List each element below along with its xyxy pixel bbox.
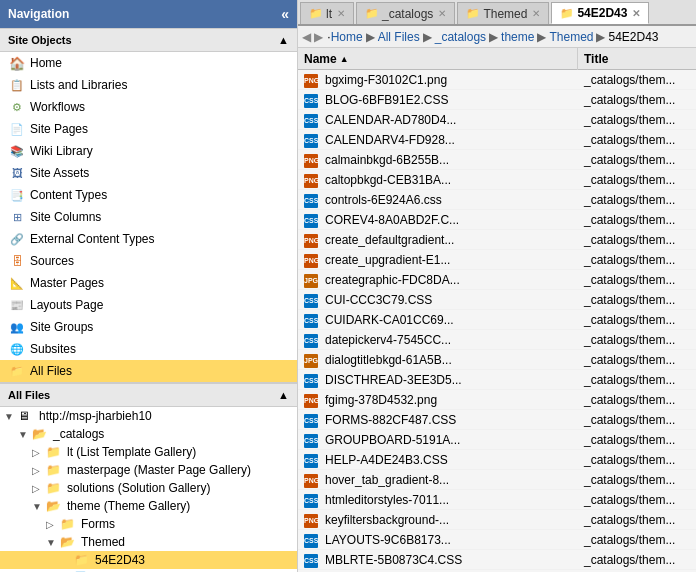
file-name-cell: PNG create_defaultgradient...: [298, 230, 578, 250]
file-title: _catalogs/them...: [584, 233, 675, 247]
tree-root[interactable]: ▼ 🖥 http://msp-jharbieh10: [0, 407, 297, 425]
tree-forms[interactable]: ▷ 📁 Forms: [0, 515, 297, 533]
tab-54e2d43[interactable]: 📁 54E2D43 ✕: [551, 2, 649, 24]
toggle-solutions[interactable]: ▷: [32, 483, 46, 494]
nav-workflows[interactable]: ⚙ Workflows: [0, 96, 297, 118]
file-row[interactable]: CSS CUIDARK-CA01CC69... _catalogs/them..…: [298, 310, 696, 330]
tree-54e2d43[interactable]: 📁 54E2D43: [0, 551, 297, 569]
tab-themed[interactable]: 📁 Themed ✕: [457, 2, 549, 24]
file-name: controls-6E924A6.css: [325, 193, 442, 207]
tree-solutions[interactable]: ▷ 📁 solutions (Solution Gallery): [0, 479, 297, 497]
site-objects-collapse[interactable]: ▲: [278, 34, 289, 46]
file-row[interactable]: CSS BLOG-6BFB91E2.CSS _catalogs/them... …: [298, 90, 696, 110]
breadcrumb-theme[interactable]: theme: [501, 30, 534, 44]
file-row[interactable]: CSS LAYOUTS-9C6B8173... _catalogs/them..…: [298, 530, 696, 550]
toggle-root[interactable]: ▼: [4, 411, 18, 422]
collapse-button[interactable]: «: [281, 6, 289, 22]
tab-bar: 📁 lt ✕ 📁 _catalogs ✕ 📁 Themed ✕ 📁 54E2D4…: [298, 0, 696, 26]
file-row[interactable]: PNG create_defaultgradient... _catalogs/…: [298, 230, 696, 250]
file-title: _catalogs/them...: [584, 473, 675, 487]
toggle-forms[interactable]: ▷: [46, 519, 60, 530]
toggle-lt[interactable]: ▷: [32, 447, 46, 458]
file-row[interactable]: PNG fgimg-378D4532.png _catalogs/them...…: [298, 390, 696, 410]
nav-master-pages[interactable]: 📐 Master Pages: [0, 272, 297, 294]
breadcrumb-sep-3: ▶: [489, 30, 498, 44]
nav-lists-libraries[interactable]: 📋 Lists and Libraries: [0, 74, 297, 96]
file-name-cell: CSS LAYOUTS-9C6B8173...: [298, 530, 578, 550]
breadcrumb-themed[interactable]: Themed: [549, 30, 593, 44]
file-row[interactable]: PNG caltopbkgd-CEB31BA... _catalogs/them…: [298, 170, 696, 190]
nav-wiki-label: Wiki Library: [30, 144, 93, 158]
nav-subsites[interactable]: 🌐 Subsites: [0, 338, 297, 360]
tab-catalogs-close[interactable]: ✕: [438, 8, 446, 19]
file-row[interactable]: CSS datepickerv4-7545CC... _catalogs/the…: [298, 330, 696, 350]
nav-site-groups[interactable]: 👥 Site Groups: [0, 316, 297, 338]
nav-page-layouts[interactable]: 📰 Layouts Page: [0, 294, 297, 316]
back-button[interactable]: ◀ ▶: [302, 30, 323, 44]
nav-site-pages[interactable]: 📄 Site Pages: [0, 118, 297, 140]
nav-all-files[interactable]: 📁 All Files: [0, 360, 297, 382]
nav-content-types[interactable]: 📑 Content Types: [0, 184, 297, 206]
file-row[interactable]: CSS MBLRTE-5B0873C4.CSS _catalogs/them..…: [298, 550, 696, 570]
home-icon: 🏠: [8, 56, 26, 71]
tree-lt[interactable]: ▷ 📁 lt (List Template Gallery): [0, 443, 297, 461]
nav-site-columns[interactable]: ⊞ Site Columns: [0, 206, 297, 228]
folder-forms-icon: 📁: [60, 517, 78, 531]
file-title-cell: _catalogs/them...: [578, 130, 696, 150]
toggle-themed[interactable]: ▼: [46, 537, 60, 548]
file-row[interactable]: PNG bgximg-F30102C1.png _catalogs/them..…: [298, 70, 696, 90]
nav-wiki-library[interactable]: 📚 Wiki Library: [0, 140, 297, 162]
tree-themed[interactable]: ▼ 📂 Themed: [0, 533, 297, 551]
file-row[interactable]: CSS HELP-A4DE24B3.CSS _catalogs/them... …: [298, 450, 696, 470]
file-row[interactable]: CSS controls-6E924A6.css _catalogs/them.…: [298, 190, 696, 210]
file-row[interactable]: CSS FORMS-882CF487.CSS _catalogs/them...…: [298, 410, 696, 430]
css-file-icon: CSS: [304, 494, 318, 508]
file-row[interactable]: CSS CUI-CCC3C79.CSS _catalogs/them... 35…: [298, 290, 696, 310]
nav-master-pages-label: Master Pages: [30, 276, 104, 290]
breadcrumb-allfiles[interactable]: All Files: [378, 30, 420, 44]
tab-lt-label: lt: [326, 7, 332, 21]
nav-site-assets[interactable]: 🖼 Site Assets: [0, 162, 297, 184]
file-row[interactable]: JPG dialogtitlebkgd-61A5B... _catalogs/t…: [298, 350, 696, 370]
nav-home-label: Home: [30, 56, 62, 70]
tab-themed-close[interactable]: ✕: [532, 8, 540, 19]
allfiles-collapse[interactable]: ▲: [278, 389, 289, 401]
tree-masterpage[interactable]: ▷ 📁 masterpage (Master Page Gallery): [0, 461, 297, 479]
tab-lt[interactable]: 📁 lt ✕: [300, 2, 354, 24]
toggle-masterpage[interactable]: ▷: [32, 465, 46, 476]
col-title[interactable]: Title: [578, 48, 696, 70]
file-row[interactable]: CSS GROUPBOARD-5191A... _catalogs/them..…: [298, 430, 696, 450]
file-type-icon: CSS: [304, 193, 318, 208]
breadcrumb-home[interactable]: Home: [331, 30, 363, 44]
file-row[interactable]: CSS COREV4-8A0ABD2F.C... _catalogs/them.…: [298, 210, 696, 230]
file-row[interactable]: PNG create_upgradient-E1... _catalogs/th…: [298, 250, 696, 270]
nav-data-sources[interactable]: 🗄 Sources: [0, 250, 297, 272]
tab-54e2d43-close[interactable]: ✕: [632, 8, 640, 19]
css-file-icon: CSS: [304, 434, 318, 448]
css-file-icon: CSS: [304, 454, 318, 468]
file-row[interactable]: PNG hover_tab_gradient-8... _catalogs/th…: [298, 470, 696, 490]
file-name: datepickerv4-7545CC...: [325, 333, 451, 347]
file-row[interactable]: CSS DISCTHREAD-3EE3D5... _catalogs/them.…: [298, 370, 696, 390]
tree-forms-label: Forms: [81, 517, 115, 531]
breadcrumb-catalogs[interactable]: _catalogs: [435, 30, 486, 44]
file-row[interactable]: CSS CALENDAR-AD780D4... _catalogs/them..…: [298, 110, 696, 130]
tab-catalogs[interactable]: 📁 _catalogs ✕: [356, 2, 455, 24]
file-row[interactable]: CSS htmleditorstyles-7011... _catalogs/t…: [298, 490, 696, 510]
file-row[interactable]: JPG creategraphic-FDC8DA... _catalogs/th…: [298, 270, 696, 290]
toggle-catalogs[interactable]: ▼: [18, 429, 32, 440]
tree-catalogs[interactable]: ▼ 📂 _catalogs: [0, 425, 297, 443]
tree-theme[interactable]: ▼ 📂 theme (Theme Gallery): [0, 497, 297, 515]
file-name: hover_tab_gradient-8...: [325, 473, 449, 487]
col-name[interactable]: Name ▲: [298, 48, 578, 70]
tab-lt-close[interactable]: ✕: [337, 8, 345, 19]
nav-home[interactable]: 🏠 Home: [0, 52, 297, 74]
file-name: CUI-CCC3C79.CSS: [325, 293, 432, 307]
file-row[interactable]: CSS CALENDARV4-FD928... _catalogs/them..…: [298, 130, 696, 150]
css-file-icon: CSS: [304, 554, 318, 568]
file-name-cell: CSS CALENDAR-AD780D4...: [298, 110, 578, 130]
toggle-theme[interactable]: ▼: [32, 501, 46, 512]
nav-external-content[interactable]: 🔗 External Content Types: [0, 228, 297, 250]
file-row[interactable]: PNG keyfiltersbackground-... _catalogs/t…: [298, 510, 696, 530]
file-row[interactable]: PNG calmainbkgd-6B255B... _catalogs/them…: [298, 150, 696, 170]
